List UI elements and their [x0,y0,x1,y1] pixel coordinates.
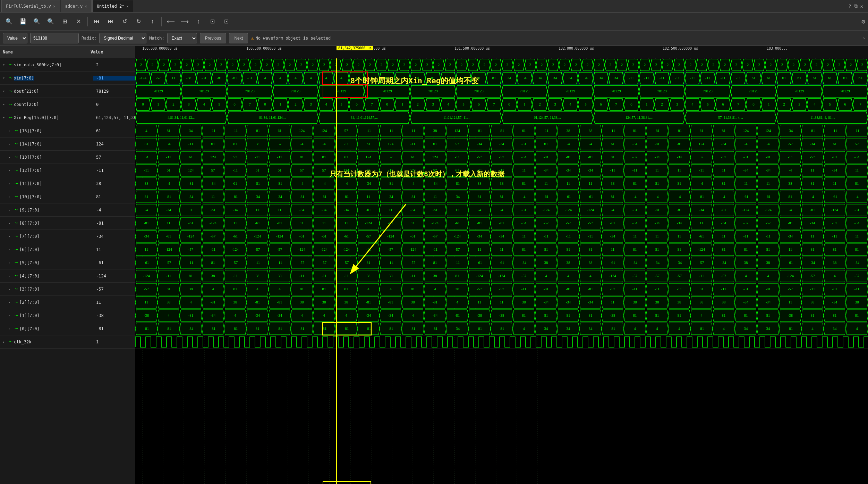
signal-row[interactable]: ▸〜[10][7:0]81 [0,190,135,203]
cursor-time-label: 81,542,375000 us [337,46,373,50]
tab-untitled2-close[interactable]: ✕ [126,4,129,9]
signal-row[interactable]: ▾〜sin_data_500Hz[7:0]2 [0,58,135,72]
expand-icon[interactable]: ▸ [8,142,13,146]
signal-row[interactable]: ▸〜clk_32k1 [0,335,135,349]
signal-value: -4 [93,208,135,212]
signal-row[interactable]: ▸〜[7][7:0]-34 [0,230,135,243]
expand-icon[interactable]: ▾ [3,116,8,119]
signal-name: ▾〜Xin_Reg[15:0][7:0] [0,115,93,120]
expand-icon[interactable]: ▾ [3,89,8,93]
expand-search-icon[interactable]: › [863,36,865,41]
signal-row[interactable]: ▸〜[13][7:0]57 [0,151,135,164]
lock-button[interactable]: ⊡ [220,15,232,28]
expand-icon[interactable]: ▾ [3,76,8,80]
wave-icon: 〜 [15,194,18,199]
zoom-out-button[interactable]: 🔍 [31,15,43,28]
signal-row[interactable]: ▸〜[11][7:0]38 [0,177,135,190]
signal-name-text: [0][7:0] [19,326,40,331]
signal-list: ▾〜sin_data_500Hz[7:0]2▾〜xin[7:0]-81▾〜dou… [0,58,135,484]
expand-icon[interactable]: ▸ [8,300,13,304]
goto-end-button[interactable]: ⏭ [104,15,117,28]
expand-icon[interactable]: ▸ [8,221,13,225]
expand-icon[interactable]: ▾ [3,63,8,67]
time-ruler-mark: 182,500,000000 us [663,47,698,50]
expand-icon[interactable]: ▸ [8,182,13,185]
expand-icon[interactable]: ▸ [3,340,8,344]
cursor-left-button[interactable]: ⟵ [164,15,177,28]
tab-adder-close[interactable]: ✕ [85,4,87,9]
search-value-input[interactable] [30,33,79,43]
radix-select[interactable]: Signed Decimal Unsigned Decimal Hexadeci… [99,33,146,43]
wave-icon: 〜 [15,234,18,239]
field-select[interactable]: Value Name [3,33,27,43]
insert-cursor-button[interactable]: ↨ [192,15,205,28]
tab-firfullserial-close[interactable]: ✕ [53,4,56,9]
wave-icon: 〜 [15,287,18,292]
expand-icon[interactable]: ▸ [8,195,13,199]
signal-row[interactable]: ▸〜[5][7:0]-61 [0,256,135,269]
expand-icon[interactable]: ▸ [8,129,13,133]
signal-name-text: [10][7:0] [19,194,42,199]
close-window-icon: ✕ [860,3,863,9]
signal-row[interactable]: ▾〜dout[21:0]78129 [0,85,135,98]
wave-icon: 〜 [9,76,12,81]
expand-icon[interactable]: ▸ [8,287,13,291]
settings-icon[interactable]: ⚙ [861,18,865,25]
expand-icon[interactable]: ▸ [8,234,13,238]
expand-icon[interactable]: ▸ [8,274,13,278]
signal-row[interactable]: ▸〜[1][7:0]-38 [0,309,135,322]
signal-row[interactable]: ▸〜[3][7:0]-57 [0,283,135,296]
search-button[interactable]: 🔍 [3,15,15,28]
snap-button[interactable]: ⊡ [206,15,219,28]
signal-value: -34 [93,234,135,239]
signal-row[interactable]: ▸〜[6][7:0]11 [0,243,135,256]
previous-button[interactable]: Previous [200,33,227,43]
signal-name-text: xin[7:0] [14,76,34,81]
signal-value: -11 [93,168,135,173]
signal-row[interactable]: ▸〜[0][7:0]-81 [0,322,135,335]
signal-row[interactable]: ▾〜xin[7:0]-81 [0,72,135,85]
signal-row[interactable]: ▸〜[14][7:0]124 [0,137,135,151]
status-text: No waveform object is selected [256,36,331,41]
signal-row[interactable]: ▸〜[2][7:0]11 [0,296,135,309]
expand-icon[interactable]: ▸ [8,155,13,159]
tab-untitled2[interactable]: Untitled 2* ✕ [92,0,133,12]
waveform-panel[interactable]: 81,542,375000 us 180,000,000000 us180,50… [135,46,868,484]
save-button[interactable]: 💾 [17,15,29,28]
signal-row[interactable]: ▾〜Xin_Reg[15:0][7:0]61,124,57,-11,38,81 [0,111,135,124]
zoom-full-button[interactable]: ↕ [146,15,159,28]
prev-edge-button[interactable]: ↺ [118,15,131,28]
signal-row[interactable]: ▸〜[12][7:0]-11 [0,164,135,177]
expand-icon[interactable]: ▸ [8,168,13,172]
signal-row[interactable]: ▾〜count[2:0]0 [0,98,135,111]
signal-row[interactable]: ▸〜[15][7:0]61 [0,124,135,137]
fit-button[interactable]: ⊞ [58,15,71,28]
signal-name: ▸〜[5][7:0] [0,260,93,265]
expand-icon[interactable]: ▾ [3,102,8,106]
next-button[interactable]: Next [229,33,248,43]
next-edge-button[interactable]: ↻ [132,15,145,28]
signal-value: 1 [93,340,135,344]
expand-icon[interactable]: ▸ [8,314,13,317]
signal-row[interactable]: ▸〜[9][7:0]-4 [0,203,135,217]
match-select[interactable]: Exact Contains [167,33,197,43]
goto-start-button[interactable]: ⏮ [91,15,103,28]
cursor-right-button[interactable]: ⟶ [178,15,191,28]
tab-adder[interactable]: adder.v ✕ [61,0,92,12]
expand-icon[interactable]: ▸ [8,327,13,331]
waveform-area[interactable]: 8个时钟周期之内Xin_Reg的值均不变 只有当计数器为7（也就是计数8次时），… [135,58,868,484]
signal-value: 81 [93,194,135,199]
signal-row[interactable]: ▸〜[8][7:0]-81 [0,217,135,230]
zoom-in-button[interactable]: 🔍 [44,15,57,28]
ruler-bg [135,46,868,58]
expand-icon[interactable]: ▸ [8,248,13,251]
signal-row[interactable]: ▸〜[4][7:0]-124 [0,269,135,283]
expand-icon[interactable]: ▸ [8,261,13,265]
signal-name-text: [6][7:0] [19,247,40,252]
expand-icon[interactable]: ▸ [8,208,13,212]
waveform-canvas[interactable] [135,58,868,484]
tab-bar: FirFullSerial_tb.v ✕ adder.v ✕ Untitled … [0,0,868,12]
clear-button[interactable]: ✕ [72,15,85,28]
tab-firfullserial[interactable]: FirFullSerial_tb.v ✕ [1,0,60,12]
warning-icon: ⚠ [251,35,254,41]
